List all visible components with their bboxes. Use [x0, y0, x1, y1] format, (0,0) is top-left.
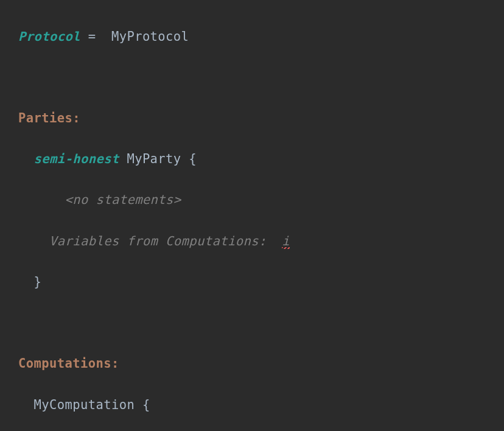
brace-close: } — [33, 275, 41, 289]
code-editor[interactable]: Protocol = MyProtocol Parties: semi-hone… — [0, 0, 504, 431]
keyword-protocol: Protocol — [18, 29, 80, 44]
code-line-blank — [18, 313, 504, 334]
variable-reference-error: i — [282, 234, 290, 248]
operator-equals: = — [80, 29, 103, 44]
code-line: Variables from Computations: i — [18, 231, 504, 252]
protocol-name: MyProtocol — [103, 29, 189, 44]
code-line-blank — [18, 68, 504, 88]
brace-open: { — [189, 152, 197, 166]
section-parties: Parties: — [18, 111, 80, 125]
code-line: } — [18, 272, 504, 293]
code-line: Parties: — [18, 108, 504, 129]
code-line: MyComputation { — [18, 395, 504, 416]
computation-name: MyComputation — [33, 398, 142, 412]
code-line: <no statements> — [18, 190, 504, 211]
code-line: Protocol = MyProtocol — [18, 27, 504, 47]
code-line: semi-honest MyParty { — [18, 149, 504, 170]
label-variables-from-computations: Variables from Computations: — [49, 234, 282, 248]
keyword-semi-honest: semi-honest — [33, 152, 119, 166]
brace-open: { — [142, 398, 150, 412]
code-line: Computations: — [18, 354, 504, 374]
party-name: MyParty — [119, 152, 189, 166]
section-computations: Computations: — [18, 356, 119, 371]
placeholder-no-statements: <no statements> — [65, 192, 181, 207]
